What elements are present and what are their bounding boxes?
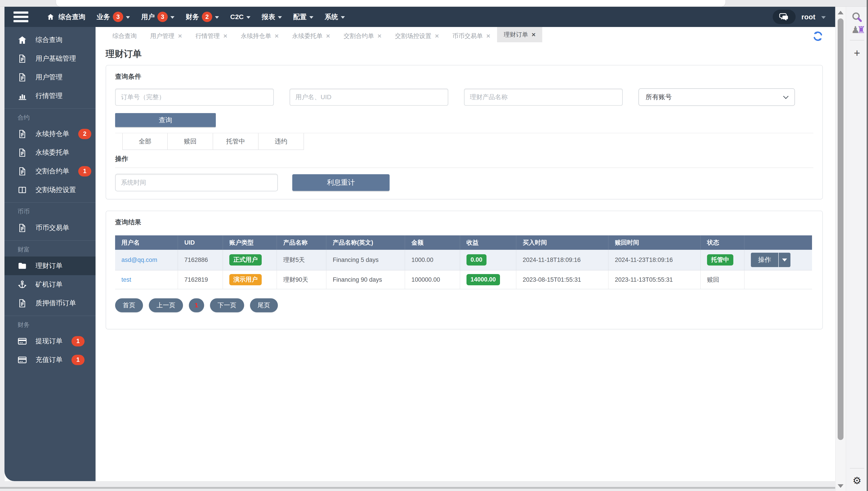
tab-user-mgmt[interactable]: 用户管理× bbox=[143, 27, 189, 45]
sidebar-item-user-mgmt[interactable]: 用户管理 bbox=[4, 68, 95, 87]
close-icon[interactable]: × bbox=[275, 33, 279, 39]
filter-tab-all[interactable]: 全部 bbox=[122, 133, 168, 149]
action-button-label[interactable]: 操作 bbox=[751, 253, 778, 267]
sidebar: 综合查询 用户基础管理 用户管理 行情管理 合 bbox=[4, 27, 95, 481]
scrollbar-down-arrow[interactable] bbox=[838, 484, 843, 488]
pagination-prev[interactable]: 上一页 bbox=[149, 298, 183, 312]
account-type-select[interactable]: 所有账号 bbox=[638, 88, 795, 106]
sidebar-item-miner-orders[interactable]: 矿机订单 bbox=[4, 275, 95, 294]
close-icon[interactable]: × bbox=[377, 33, 381, 39]
order-number-input[interactable] bbox=[115, 89, 274, 106]
chat-button[interactable] bbox=[773, 10, 795, 24]
col-header-profit: 收益 bbox=[460, 235, 516, 250]
pagination-next[interactable]: 下一页 bbox=[210, 298, 244, 312]
nav-menu-users[interactable]: 用户 3 bbox=[141, 12, 174, 22]
hamburger-menu-icon[interactable] bbox=[13, 11, 29, 22]
top-navbar: 综合查询 业务 3 用户 3 财务 2 C2C 报表 bbox=[4, 7, 835, 27]
action-dropdown-toggle[interactable] bbox=[778, 253, 790, 267]
search-icon[interactable] bbox=[851, 11, 863, 23]
divider bbox=[850, 40, 864, 40]
tab-spot-trades[interactable]: 币币交易单× bbox=[445, 27, 497, 45]
filter-tab-default[interactable]: 违约 bbox=[259, 133, 304, 149]
sidebar-item-label: 永续委托单 bbox=[35, 148, 69, 157]
folder-icon bbox=[17, 261, 27, 271]
sidebar-item-pledge-loan-orders[interactable]: 质押借币订单 bbox=[4, 294, 95, 313]
refresh-icon[interactable] bbox=[812, 31, 823, 42]
credit-card-icon bbox=[17, 355, 27, 365]
sidebar-item-label: 充值订单 bbox=[35, 355, 62, 365]
close-icon[interactable]: × bbox=[486, 33, 490, 39]
sidebar-item-deposit-orders[interactable]: 充值订单 1 bbox=[4, 350, 95, 369]
scrollbar-up-arrow[interactable] bbox=[838, 11, 843, 15]
chevron-down-icon bbox=[215, 16, 219, 19]
tab-perpetual-positions[interactable]: 永续持仓单× bbox=[234, 27, 286, 45]
filter-tab-redeemed[interactable]: 赎回 bbox=[168, 133, 213, 149]
document-icon bbox=[17, 223, 27, 233]
document-icon bbox=[17, 54, 27, 64]
username-uid-input[interactable] bbox=[290, 89, 448, 106]
col-header-amount: 金额 bbox=[405, 235, 460, 250]
nav-home[interactable]: 综合查询 bbox=[46, 12, 85, 22]
sidebar-item-label: 币币交易单 bbox=[35, 223, 69, 232]
row-action-button[interactable]: 操作 bbox=[751, 253, 790, 267]
nav-menu: 综合查询 业务 3 用户 3 财务 2 C2C 报表 bbox=[46, 12, 345, 22]
interest-recalc-button[interactable]: 利息重计 bbox=[292, 174, 389, 191]
close-icon[interactable]: × bbox=[224, 33, 228, 39]
columns-icon bbox=[17, 185, 27, 195]
close-icon[interactable]: × bbox=[435, 33, 439, 39]
sidebar-item-overview[interactable]: 综合查询 bbox=[4, 31, 95, 49]
gear-icon[interactable]: ⚙ bbox=[852, 475, 861, 486]
product-value: 理财5天 bbox=[283, 256, 305, 264]
product-en-value: Financing 90 days bbox=[333, 276, 382, 283]
pagination-first[interactable]: 首页 bbox=[115, 298, 143, 312]
tab-delivery-control[interactable]: 交割场控设置× bbox=[388, 27, 446, 45]
scrollbar-thumb[interactable] bbox=[838, 19, 843, 440]
nav-menu-reports[interactable]: 报表 bbox=[262, 12, 282, 22]
chess-pieces-icon[interactable]: ♟♜ bbox=[851, 25, 863, 35]
sidebar-item-user-base[interactable]: 用户基础管理 bbox=[4, 49, 95, 68]
col-header-account-type: 账户类型 bbox=[223, 235, 277, 250]
pagination-last[interactable]: 尾页 bbox=[250, 298, 278, 312]
product-value: 理财90天 bbox=[283, 276, 308, 284]
search-button[interactable]: 查询 bbox=[115, 113, 216, 127]
sidebar-item-delivery-contracts[interactable]: 交割合约单 1 bbox=[4, 162, 95, 180]
username-link[interactable]: test bbox=[121, 276, 131, 283]
filter-tab-in-custody[interactable]: 托管中 bbox=[213, 133, 259, 149]
product-name-input[interactable] bbox=[464, 89, 623, 106]
user-menu[interactable]: root bbox=[802, 13, 815, 21]
tab-perpetual-orders[interactable]: 永续委托单× bbox=[286, 27, 337, 45]
sidebar-item-market-mgmt[interactable]: 行情管理 bbox=[4, 87, 95, 105]
close-icon[interactable]: × bbox=[326, 33, 330, 39]
tab-market-mgmt[interactable]: 行情管理× bbox=[189, 27, 234, 45]
sidebar-item-withdraw-orders[interactable]: 提现订单 1 bbox=[4, 332, 95, 350]
sidebar-badge: 1 bbox=[71, 336, 85, 346]
sidebar-group-main: 综合查询 用户基础管理 用户管理 行情管理 bbox=[4, 27, 95, 108]
nav-menu-config[interactable]: 配置 bbox=[293, 12, 313, 22]
sidebar-item-perpetual-orders[interactable]: 永续委托单 bbox=[4, 143, 95, 162]
close-icon[interactable]: × bbox=[178, 33, 182, 39]
close-icon[interactable]: × bbox=[532, 31, 536, 38]
sidebar-item-financing-orders[interactable]: 理财订单 bbox=[4, 257, 95, 275]
pagination-current-page[interactable]: 1 bbox=[189, 298, 204, 312]
main-content: 综合查询 用户管理× 行情管理× 永续持仓单× 永续委托单× 交割合约单× 交割… bbox=[95, 27, 835, 481]
plus-icon[interactable]: + bbox=[854, 47, 860, 59]
chevron-down-icon bbox=[782, 259, 787, 261]
sidebar-item-perpetual-positions[interactable]: 永续持仓单 2 bbox=[4, 124, 95, 143]
nav-badge: 3 bbox=[157, 12, 168, 22]
sidebar-item-delivery-control[interactable]: 交割场控设置 bbox=[4, 180, 95, 199]
chevron-down-icon bbox=[126, 16, 130, 19]
tab-overview[interactable]: 综合查询 bbox=[106, 27, 143, 45]
chevron-down-icon[interactable] bbox=[821, 16, 826, 19]
sidebar-item-spot-trades[interactable]: 币币交易单 bbox=[4, 219, 95, 237]
tab-label: 币币交易单 bbox=[452, 32, 483, 40]
results-section-title: 查询结果 bbox=[115, 218, 813, 227]
system-time-input[interactable] bbox=[115, 174, 278, 191]
vertical-scrollbar[interactable] bbox=[835, 7, 845, 491]
nav-menu-c2c[interactable]: C2C bbox=[230, 13, 251, 21]
tab-delivery-contracts[interactable]: 交割合约单× bbox=[337, 27, 388, 45]
tab-financing-orders[interactable]: 理财订单× bbox=[497, 27, 543, 42]
nav-menu-business[interactable]: 业务 3 bbox=[97, 12, 130, 22]
nav-menu-system[interactable]: 系统 bbox=[325, 12, 345, 22]
nav-menu-finance[interactable]: 财务 2 bbox=[186, 12, 219, 22]
username-link[interactable]: asd@qq.com bbox=[121, 257, 157, 263]
